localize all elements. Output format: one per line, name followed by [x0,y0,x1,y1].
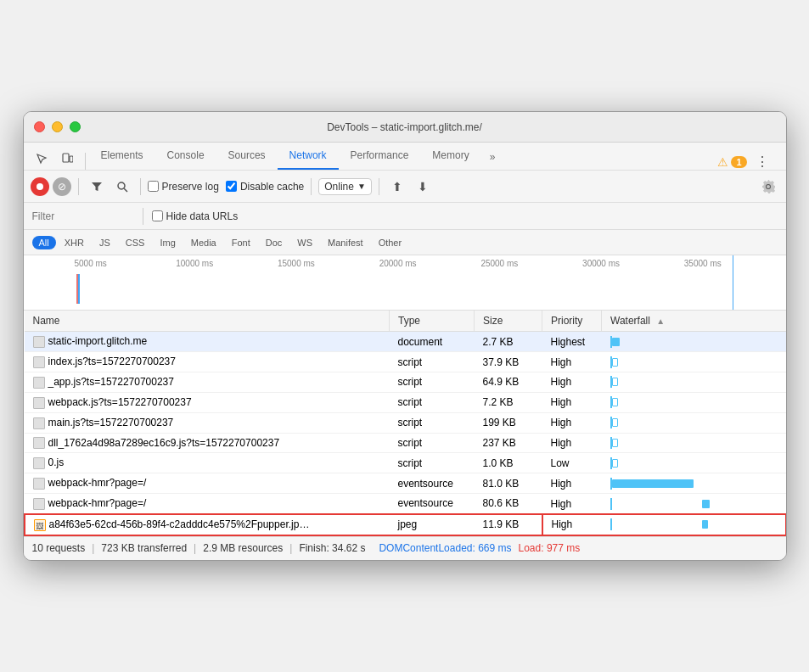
filter-manifest[interactable]: Manifest [321,236,370,249]
filter-media[interactable]: Media [184,236,223,249]
timeline-area[interactable]: 5000 ms 10000 ms 15000 ms 20000 ms 25000… [24,255,786,311]
more-options-button[interactable]: ⋮ [752,154,772,170]
tab-sources[interactable]: Sources [216,143,278,170]
online-label: Online [324,181,354,193]
col-header-size[interactable]: Size [475,311,542,332]
hide-data-urls-checkbox[interactable] [152,210,163,221]
filter-button[interactable] [86,176,108,198]
network-throttle-select[interactable]: Online ▼ [318,178,372,195]
traffic-lights [34,121,81,132]
table-row[interactable]: main.js?ts=1572270700237script199 KBHigh [25,412,786,433]
file-icon [33,437,45,449]
row-priority: Highest [542,332,602,352]
filter-input[interactable] [32,210,134,222]
filter-font[interactable]: Font [225,236,257,249]
file-icon [33,417,45,429]
tab-console[interactable]: Console [155,143,216,170]
row-name: _app.js?ts=1572270700237 [48,376,174,388]
tab-memory[interactable]: Memory [420,143,480,170]
row-waterfall [602,392,786,412]
minimize-button[interactable] [52,121,63,132]
filter-all[interactable]: All [32,236,56,249]
import-button[interactable]: ⬆ [386,176,408,198]
preserve-log-checkbox[interactable] [148,181,159,192]
filter-other[interactable]: Other [372,236,409,249]
preserve-log-toggle[interactable]: Preserve log [148,181,219,193]
maximize-button[interactable] [70,121,81,132]
disable-cache-toggle[interactable]: Disable cache [226,181,304,193]
status-transferred: 723 KB transferred [101,542,187,554]
row-waterfall [602,514,786,535]
col-header-type[interactable]: Type [390,311,475,332]
row-size: 80.6 KB [475,493,542,513]
table-row[interactable]: webpack-hmr?page=/eventsource80.6 KBHigh [25,493,786,513]
throttle-dropdown-icon: ▼ [357,182,366,191]
timeline-label-5: 25000 ms [480,259,582,268]
hide-data-urls-label: Hide data URLs [166,210,239,222]
table-row[interactable]: static-import.glitch.medocument2.7 KBHig… [25,332,786,352]
file-icon [33,356,45,368]
tab-more-button[interactable]: » [481,144,504,170]
filter-bar: Hide data URLs [24,203,786,230]
row-waterfall [602,493,786,513]
timeline-label-4: 20000 ms [379,259,481,268]
settings-button[interactable] [757,176,779,198]
table-row[interactable]: _app.js?ts=1572270700237script64.9 KBHig… [25,372,786,393]
file-icon [33,457,45,469]
row-waterfall [602,352,786,372]
row-priority: High [542,493,602,513]
row-size: 11.9 KB [475,514,542,535]
row-type: script [390,453,475,473]
timeline-label-3: 15000 ms [278,259,379,268]
row-priority: High [542,433,602,453]
status-finish: Finish: 34.62 s [299,542,365,554]
close-button[interactable] [34,121,45,132]
table-row[interactable]: dll_1762a4d98a7289ec16c9.js?ts=157227070… [25,433,786,453]
filter-doc[interactable]: Doc [259,236,289,249]
cursor-tool[interactable] [31,148,53,170]
filter-js[interactable]: JS [93,236,117,249]
status-resources: 2.9 MB resources [203,542,283,554]
export-button[interactable]: ⬇ [412,176,434,198]
row-name: 0.js [48,456,65,468]
preserve-log-label: Preserve log [162,181,219,193]
timeline-select-line [733,255,733,311]
disable-cache-checkbox[interactable] [226,181,237,192]
table-row[interactable]: webpack-hmr?page=/eventsource81.0 KBHigh [25,473,786,494]
col-header-waterfall[interactable]: Waterfall ▲ [602,311,786,332]
window-title: DevTools – static-import.glitch.me/ [327,121,482,133]
row-type: script [390,412,475,433]
svg-rect-0 [63,154,69,162]
row-type: document [390,332,475,352]
table-row[interactable]: 0.jsscript1.0 KBLow [25,453,786,473]
filter-css[interactable]: CSS [119,236,152,249]
row-size: 64.9 KB [475,372,542,393]
row-type: eventsource [390,493,475,513]
status-requests: 10 requests [32,542,86,554]
tab-performance[interactable]: Performance [339,143,421,170]
hide-data-urls-toggle[interactable]: Hide data URLs [152,210,239,222]
search-button[interactable] [111,176,133,198]
record-button[interactable] [31,177,49,196]
table-row[interactable]: index.js?ts=1572270700237script37.9 KBHi… [25,352,786,372]
tab-network[interactable]: Network [278,143,339,170]
row-name: a84f63e5-62cd-456b-89f4-c2adddc4e575%2Fp… [49,518,310,530]
filter-img[interactable]: Img [153,236,182,249]
filter-xhr[interactable]: XHR [58,236,91,249]
table-row[interactable]: 🖼a84f63e5-62cd-456b-89f4-c2adddc4e575%2F… [25,514,786,535]
svg-point-2 [118,182,125,189]
row-priority: High [542,473,602,494]
row-type: script [390,352,475,372]
col-header-name[interactable]: Name [25,311,390,332]
warning-count: 1 [731,156,746,168]
timeline-label-7: 35000 ms [684,259,786,268]
device-tool[interactable] [56,148,78,170]
filter-ws[interactable]: WS [290,236,319,249]
row-size: 2.7 KB [475,332,542,352]
warning-indicator[interactable]: ⚠ 1 [717,155,746,169]
table-wrapper[interactable]: Name Type Size Priority Waterfall [24,311,786,535]
tab-elements[interactable]: Elements [89,143,155,170]
stop-button[interactable]: ⊘ [53,177,71,196]
col-header-priority[interactable]: Priority [542,311,602,332]
table-row[interactable]: webpack.js?ts=1572270700237script7.2 KBH… [25,392,786,412]
